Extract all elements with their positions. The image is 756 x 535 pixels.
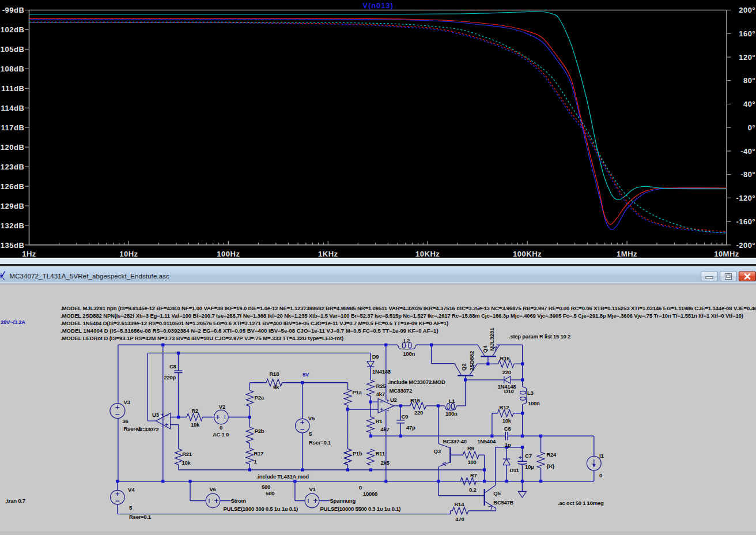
svg-text:PULSE(1000 300 0.5 1u 1u 0.1): PULSE(1000 300 0.5 1u 1u 0.1): [224, 506, 298, 512]
svg-text:4k7: 4k7: [381, 426, 390, 432]
svg-text:36: 36: [123, 418, 128, 424]
svg-text:1p: 1p: [505, 442, 511, 448]
svg-text:1KHz: 1KHz: [318, 250, 338, 258]
svg-text:L2: L2: [404, 337, 410, 344]
svg-text:220: 220: [414, 409, 423, 416]
svg-text:V3: V3: [124, 399, 130, 405]
svg-text:100n: 100n: [403, 351, 415, 357]
svg-text:10Hz: 10Hz: [119, 250, 138, 258]
svg-text:135dB: 135dB: [1, 241, 25, 250]
svg-text:220p: 220p: [164, 374, 176, 380]
svg-text:470: 470: [456, 516, 464, 522]
svg-text:1N4148: 1N4148: [372, 368, 391, 375]
svg-text:105dB: 105dB: [1, 45, 25, 54]
svg-text:R25: R25: [376, 383, 387, 389]
svg-text:120°: 120°: [739, 53, 755, 62]
svg-text:0: 0: [220, 424, 222, 431]
svg-text:AC 1 0: AC 1 0: [213, 431, 229, 438]
svg-text:-120°: -120°: [736, 194, 755, 202]
svg-text:.MODEL MJL3281 npn (IS=9.8145e: .MODEL MJL3281 npn (IS=9.8145e-12 BF=438…: [61, 305, 756, 311]
svg-text:D11: D11: [509, 467, 519, 473]
svg-text:.MODEL 1N5404 D(IS=2.61339e-12: .MODEL 1N5404 D(IS=2.61339e-12 RS=0.0110…: [61, 320, 448, 326]
svg-text:102dB: 102dB: [1, 25, 25, 34]
svg-text:C7: C7: [525, 453, 532, 459]
svg-text:;tran 0.7: ;tran 0.7: [5, 498, 25, 504]
svg-text:Spannung: Spannung: [330, 498, 356, 504]
svg-text:R12: R12: [500, 404, 509, 410]
svg-text:500: 500: [266, 490, 274, 496]
svg-text:Q5: Q5: [493, 490, 501, 496]
svg-text:R17: R17: [254, 450, 263, 457]
svg-text:129dB: 129dB: [1, 202, 25, 210]
svg-text:5V: 5V: [303, 371, 309, 378]
svg-text:.step param R list 15 10 2: .step param R list 15 10 2: [509, 333, 570, 340]
svg-text:10k: 10k: [502, 417, 512, 424]
svg-text:V2: V2: [219, 404, 225, 410]
svg-text:P2a: P2a: [255, 394, 264, 401]
svg-text:MC33072: MC33072: [390, 387, 412, 394]
svg-text:100KHz: 100KHz: [513, 250, 542, 258]
svg-text:100n: 100n: [445, 410, 458, 417]
svg-text:R1: R1: [376, 418, 383, 424]
svg-text:-200°: -200°: [736, 241, 755, 250]
svg-text:.MODEL 2SD882 NPN(Is=282f Xti=: .MODEL 2SD882 NPN(Is=282f Xti=3 Eg=1.11 …: [61, 312, 743, 319]
svg-text:Q2: Q2: [460, 363, 467, 371]
svg-text:200°: 200°: [739, 6, 755, 14]
svg-text:V6: V6: [210, 486, 216, 492]
svg-text:R9: R9: [467, 445, 474, 451]
svg-text:R21: R21: [182, 451, 192, 457]
svg-text:10MHz: 10MHz: [714, 250, 739, 258]
svg-text:R24: R24: [546, 451, 557, 458]
svg-text:.MODEL LEDRot D (IS=93.1P RS=4: .MODEL LEDRot D (IS=93.1P RS=42M N=3.73 …: [61, 335, 343, 341]
svg-text:4k7: 4k7: [376, 391, 385, 397]
svg-text:P2b: P2b: [255, 428, 264, 434]
svg-text:1Hz: 1Hz: [22, 250, 36, 258]
svg-text:MC34072_TL431A_5VRef_abgespeck: MC34072_TL431A_5VRef_abgespeckt_Endstufe…: [10, 273, 170, 280]
svg-text:126dB: 126dB: [1, 182, 25, 191]
svg-text:47p: 47p: [406, 424, 415, 431]
svg-text:10KHz: 10KHz: [415, 250, 440, 258]
svg-text:BC547B: BC547B: [493, 499, 513, 506]
svg-text:80°: 80°: [743, 76, 755, 85]
svg-text:.include MC33072.MOD: .include MC33072.MOD: [388, 379, 445, 385]
svg-text:V4: V4: [128, 487, 135, 493]
svg-text:10µ: 10µ: [525, 464, 534, 470]
svg-text:111dB: 111dB: [1, 84, 24, 93]
svg-text:MJL3281: MJL3281: [489, 327, 495, 351]
svg-text:132dB: 132dB: [1, 221, 25, 230]
svg-text:R11: R11: [376, 450, 385, 457]
svg-text:123dB: 123dB: [1, 163, 25, 171]
svg-text:U3: U3: [152, 412, 159, 418]
svg-text:I1: I1: [599, 453, 604, 459]
svg-text:-80°: -80°: [740, 170, 755, 179]
svg-text:C9: C9: [402, 413, 409, 420]
svg-text:-160°: -160°: [736, 217, 755, 226]
svg-text:10000: 10000: [363, 491, 377, 497]
svg-text:D10: D10: [504, 388, 514, 394]
svg-text:40°: 40°: [743, 100, 755, 108]
svg-text:R18: R18: [270, 371, 279, 377]
svg-text:.ac oct 50 1 10meg: .ac oct 50 1 10meg: [558, 500, 604, 506]
svg-text:10k: 10k: [191, 421, 200, 428]
svg-text:{R}: {R}: [546, 463, 554, 469]
svg-text:100n: 100n: [528, 400, 540, 406]
svg-text:220: 220: [502, 369, 511, 375]
svg-text:114dB: 114dB: [1, 104, 24, 112]
svg-text:.MODEL 1N4004 D (IS=5.31656e-0: .MODEL 1N4004 D (IS=5.31656e-08 RS=0.039…: [61, 327, 439, 334]
svg-text:V5: V5: [308, 415, 315, 421]
svg-text:160°: 160°: [739, 29, 755, 38]
svg-text:R14: R14: [455, 501, 465, 507]
svg-text:500: 500: [262, 484, 270, 490]
svg-text:-40°: -40°: [740, 147, 755, 156]
svg-text:1N5404: 1N5404: [477, 438, 496, 444]
svg-text:100: 100: [468, 459, 477, 465]
svg-text:C6: C6: [504, 425, 511, 432]
svg-text:2SD882: 2SD882: [468, 351, 475, 371]
svg-text:1MHz: 1MHz: [617, 250, 637, 258]
svg-text:C8: C8: [169, 363, 176, 370]
svg-text:D9: D9: [372, 353, 379, 360]
svg-text:100Hz: 100Hz: [217, 250, 240, 258]
svg-text:V1: V1: [309, 486, 316, 492]
svg-text:BC337-40: BC337-40: [443, 438, 467, 444]
svg-text:0.2: 0.2: [469, 487, 476, 493]
